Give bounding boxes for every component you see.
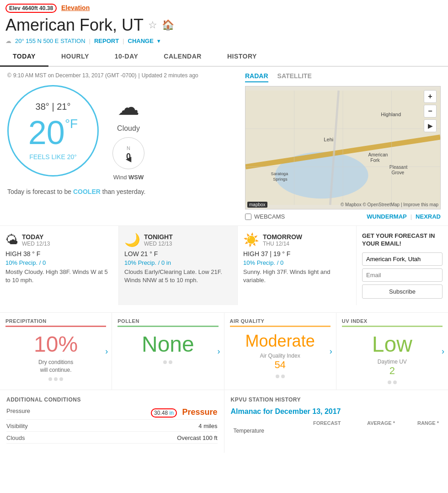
clock-icon: ©: [7, 72, 11, 79]
wind-label: Wind WSW: [113, 174, 144, 181]
air-quality-title: AIR QUALITY: [230, 318, 331, 327]
air-quality-chevron[interactable]: ›: [330, 346, 332, 356]
email-input[interactable]: [362, 268, 443, 282]
zoom-out-button[interactable]: −: [424, 105, 437, 118]
map-svg: Highland Lehi American Fork Pleasant Gro…: [245, 86, 440, 209]
dot1: [276, 375, 279, 378]
air-quality-card: AIR QUALITY Moderate Air Quality Index 5…: [224, 313, 336, 390]
svg-text:Fork: Fork: [370, 158, 380, 163]
updated-text: Updated 2 minutes ago: [142, 72, 198, 79]
almanac-temperature-forecast: [290, 427, 344, 435]
map-tab-satellite[interactable]: SATELLITE: [277, 72, 312, 82]
map-tab-radar[interactable]: RADAR: [245, 72, 268, 82]
webcam-left: WEBCAMS: [245, 213, 285, 220]
pressure-row: Pressure 30.48 in Pressure: [6, 407, 218, 420]
location-input[interactable]: [362, 252, 443, 266]
nexrad-link[interactable]: NEXRAD: [416, 213, 441, 220]
uv-index-value: Low: [342, 332, 443, 357]
dot1: [388, 380, 391, 384]
forecast-section: 🌤 TODAY WED 12/13 HIGH 38 ° F 10% Precip…: [0, 225, 448, 305]
tab-bar: TODAY HOURLY 10-DAY CALENDAR HISTORY: [0, 48, 448, 67]
timestamp-text: 9:10 AM MST on December 13, 2017 (GMT -0…: [13, 72, 137, 79]
webcam-label: WEBCAMS: [254, 213, 285, 220]
pollen-chevron[interactable]: ›: [218, 346, 220, 356]
air-quality-index: 54: [230, 359, 331, 371]
pressure-badge: 30.48 in: [151, 408, 177, 418]
visibility-row: Visibility 4 miles: [6, 423, 218, 432]
elevation-badge: Elev 4640ft 40.38: [5, 4, 57, 13]
pollen-value: None: [117, 332, 218, 357]
weather-display: 38° | 21° 20 °F FEELS LIKE 20° ☁ Cloudy …: [7, 85, 230, 181]
almanac-row-temperature: Temperature: [231, 427, 442, 435]
almanac-col-forecast: FORECAST: [290, 419, 344, 427]
station-history: KPVU STATION HISTORY Almanac for Decembe…: [224, 390, 448, 453]
forecast-today-date: WED 12/13: [22, 241, 50, 247]
pressure-label: Pressure: [6, 407, 30, 418]
dot-row: [342, 380, 443, 384]
webcam-checkbox[interactable]: [245, 214, 251, 220]
uv-number: 2: [342, 365, 443, 377]
play-button[interactable]: ▶: [424, 119, 437, 132]
subscribe-button[interactable]: Subscribe: [362, 284, 443, 299]
separator: |: [411, 213, 412, 220]
forecast-today: 🌤 TODAY WED 12/13 HIGH 38 ° F 10% Precip…: [0, 226, 119, 305]
tab-10day[interactable]: 10-DAY: [102, 48, 151, 66]
dot2: [169, 360, 172, 364]
tab-calendar[interactable]: CALENDAR: [151, 48, 214, 66]
visibility-value: 4 miles: [198, 423, 217, 429]
forecast-today-desc: Mostly Cloudy. High 38F. Winds W at 5 to…: [5, 268, 113, 284]
star-icon[interactable]: ☆: [148, 19, 157, 31]
forecast-tonight-date: WED 12/13: [144, 241, 173, 247]
dot1: [48, 377, 52, 381]
city-header: American Fork, UT ☆ 🏠: [0, 15, 448, 36]
cooler-text: Today is forecast to be COOLER than yest…: [7, 188, 230, 195]
dot-row: [5, 377, 106, 381]
forecast-tomorrow-precip[interactable]: 10% Precip. / 0: [243, 259, 351, 266]
forecast-today-precip[interactable]: 10% Precip. / 0: [5, 259, 113, 266]
forecast-tonight-precip[interactable]: 10% Precip. / 0 in: [124, 259, 232, 266]
left-panel: © 9:10 AM MST on December 13, 2017 (GMT …: [0, 67, 238, 225]
forecast-tomorrow-date: THU 12/14: [263, 241, 302, 247]
dot2: [281, 375, 285, 378]
uv-index-title: UV INDEX: [342, 318, 443, 327]
temp-circle: 38° | 21° 20 °F FEELS LIKE 20°: [7, 85, 99, 177]
clouds-row: Clouds Overcast 100 ft: [6, 434, 218, 444]
uv-index-card: UV INDEX Low Daytime UV 2 ›: [336, 313, 448, 390]
uv-chevron[interactable]: ›: [442, 346, 444, 356]
additional-conditions: ADDITIONAL CONDITIONS Pressure 30.48 in …: [0, 390, 224, 453]
main-content: © 9:10 AM MST on December 13, 2017 (GMT …: [0, 67, 448, 225]
dot3: [59, 377, 63, 381]
additional-conditions-title: ADDITIONAL CONDITIONS: [6, 397, 218, 403]
forecast-today-temp: HIGH 38 ° F: [5, 250, 113, 257]
forecast-tonight-temp: LOW 21 ° F: [124, 250, 232, 257]
forecast-tonight-desc: Clouds Early/Clearing Late. Low 21F. Win…: [124, 268, 232, 284]
tab-hourly[interactable]: HOURLY: [48, 48, 102, 66]
elevation-label: Elevation: [61, 4, 90, 11]
cloud-icon: ☁: [117, 94, 139, 120]
station-bar: ☁ 20° 155 N 500 E STATION | REPORT | CHA…: [0, 36, 448, 44]
report-link[interactable]: REPORT: [94, 38, 119, 44]
zoom-in-button[interactable]: +: [424, 90, 437, 103]
svg-text:Grove: Grove: [392, 170, 405, 175]
dot-row: [230, 375, 331, 378]
webcam-row: WEBCAMS WUNDERMAP | NEXRAD: [245, 213, 441, 220]
home-icon[interactable]: 🏠: [162, 19, 174, 31]
almanac-title: Almanac for December 13, 2017: [231, 407, 442, 416]
tab-today[interactable]: TODAY: [0, 48, 48, 67]
air-quality-value: Moderate: [230, 332, 331, 351]
wundermap-link[interactable]: WUNDERMAP: [367, 213, 406, 220]
cloud-small-icon: ☁: [5, 38, 11, 44]
email-title: GET YOUR FORECAST IN YOUR EMAIL!: [362, 232, 443, 248]
dot-row: [117, 360, 218, 364]
change-link[interactable]: CHANGE: [128, 38, 154, 44]
tab-history[interactable]: HISTORY: [214, 48, 270, 66]
map-controls: + − ▶: [424, 90, 437, 132]
cooler-link[interactable]: COOLER: [73, 188, 101, 195]
map-container[interactable]: Highland Lehi American Fork Pleasant Gro…: [245, 86, 441, 209]
weather-right: ☁ Cloudy N 0 ◀ Wind WSW: [112, 85, 144, 181]
station-link[interactable]: 20° 155 N 500 E STATION: [15, 38, 85, 44]
precipitation-chevron[interactable]: ›: [105, 346, 108, 356]
condition-label: Cloudy: [117, 124, 140, 133]
svg-text:Lehi: Lehi: [324, 137, 333, 142]
top-bar: Elev 4640ft 40.38 Elevation: [0, 0, 448, 15]
